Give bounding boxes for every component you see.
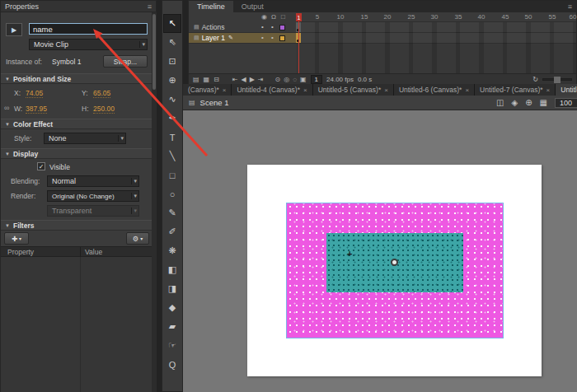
close-icon[interactable]: × xyxy=(547,86,551,94)
go-last-frame-button[interactable]: ⇥ xyxy=(258,76,264,83)
close-icon[interactable]: × xyxy=(303,86,307,94)
layer-visibility-dot[interactable]: • xyxy=(261,34,264,41)
play-button[interactable]: ▶ xyxy=(250,76,255,83)
fps-value[interactable]: 24.00 fps xyxy=(326,76,354,83)
zoom-tool[interactable]: Q xyxy=(163,355,181,374)
panel-menu-icon[interactable]: ≡ xyxy=(148,2,152,11)
step-back-button[interactable]: ◀ xyxy=(242,76,246,83)
loop-button[interactable]: ↻ xyxy=(532,76,538,83)
lock-icon[interactable]: Ω xyxy=(271,13,276,21)
stage[interactable]: + xyxy=(247,165,542,376)
edit-multiple-frames-button[interactable]: ▣ xyxy=(300,76,307,83)
edit-scene-icon[interactable]: ◫ xyxy=(496,98,504,107)
center-stage-icon[interactable]: ⊕ xyxy=(525,98,532,107)
layer-outline-swatch[interactable] xyxy=(279,35,285,41)
delete-layer-button[interactable]: ⊟ xyxy=(213,76,219,83)
close-icon[interactable]: × xyxy=(384,86,388,94)
filters-property-column[interactable]: Property xyxy=(7,248,34,256)
text-tool[interactable]: T xyxy=(163,128,181,147)
layer-name[interactable]: Actions xyxy=(202,23,225,31)
hand-tool[interactable]: ☞ xyxy=(163,336,181,355)
frames-row-actions[interactable] xyxy=(296,22,576,33)
outline-icon[interactable]: □ xyxy=(281,13,285,21)
symbol-type-dropdown[interactable]: Movie Clip ▾ xyxy=(29,39,148,50)
filter-options-button[interactable]: ⚙ ▾ xyxy=(126,232,149,245)
link-dimensions-icon[interactable]: ∞ xyxy=(4,104,9,112)
layer-outline-swatch[interactable] xyxy=(279,25,285,30)
tab-timeline[interactable]: Timeline xyxy=(189,1,233,12)
swap-button[interactable]: Swap... xyxy=(103,55,148,68)
line-tool[interactable]: ╲ xyxy=(163,147,181,166)
filters-list-empty[interactable] xyxy=(1,257,152,392)
selection-tool[interactable]: ↖ xyxy=(163,14,181,33)
subselection-tool[interactable]: ⇖ xyxy=(163,33,181,52)
onion-skin-button[interactable]: ◎ xyxy=(284,76,289,83)
zoom-level-dropdown[interactable]: 100 xyxy=(555,98,577,108)
timeline-zoom-slider[interactable] xyxy=(542,78,572,81)
close-icon[interactable]: × xyxy=(223,86,227,94)
instance-name-input[interactable] xyxy=(29,23,148,35)
doc-tab-untitled-7[interactable]: Untitled-7 (Canvas)* × xyxy=(475,84,556,96)
oval-tool[interactable]: ○ xyxy=(163,184,181,203)
go-first-frame-button[interactable]: ⇤ xyxy=(232,76,238,83)
new-folder-button[interactable]: ▦ xyxy=(204,76,210,83)
tab-output[interactable]: Output xyxy=(233,1,272,12)
free-transform-tool[interactable]: ⊡ xyxy=(163,52,181,71)
new-layer-button[interactable]: ▤ xyxy=(193,76,199,83)
layer-lock-dot[interactable]: • xyxy=(271,34,274,41)
scene-breadcrumb[interactable]: Scene 1 xyxy=(200,98,229,107)
deco-tool[interactable]: ❋ xyxy=(163,241,181,260)
section-color-effect[interactable]: ▼ Color Effect xyxy=(1,119,156,129)
layer-row-actions[interactable]: ▤ Actions • • xyxy=(189,22,296,33)
canvas-area[interactable]: + xyxy=(183,110,577,392)
registration-point[interactable] xyxy=(391,259,398,266)
add-filter-button[interactable]: ✚ ▾ xyxy=(4,232,29,245)
pen-tool[interactable]: ✒ xyxy=(163,109,181,128)
style-dropdown[interactable]: None ▾ xyxy=(44,133,126,144)
doc-tab[interactable]: (Canvas)* × xyxy=(183,84,232,96)
playhead-marker[interactable]: 1 xyxy=(296,13,302,21)
scrollbar-thumb[interactable] xyxy=(152,14,156,90)
render-dropdown[interactable]: Original (No Change) ▾ xyxy=(47,190,139,202)
eye-icon[interactable]: ◉ xyxy=(261,13,267,21)
pencil-tool[interactable]: ✎ xyxy=(163,203,181,222)
layer-lock-dot[interactable]: • xyxy=(271,23,274,30)
y-value[interactable]: 65.05 xyxy=(93,89,110,98)
frame-ruler[interactable]: 5 10 15 20 25 30 35 40 45 50 55 60 xyxy=(296,12,576,22)
doc-tab-untitled-6[interactable]: Untitled-6 (Canvas)* × xyxy=(394,84,475,96)
eraser-tool[interactable]: ▰ xyxy=(163,317,181,336)
w-value[interactable]: 387.95 xyxy=(26,105,47,114)
brush-tool[interactable]: ✐ xyxy=(163,222,181,241)
section-position-size[interactable]: ▼ Position and Size xyxy=(1,73,156,84)
layer-visibility-dot[interactable]: • xyxy=(261,23,264,30)
ink-bottle-tool[interactable]: ◨ xyxy=(163,279,181,298)
paint-bucket-tool[interactable]: ◧ xyxy=(163,260,181,279)
onion-skin-outlines-button[interactable]: ◌ xyxy=(293,76,297,83)
doc-tab-untitled-8[interactable]: Untitled-8 (Canva xyxy=(556,84,577,96)
layer-row-layer1[interactable]: ▤ Layer 1 ✎ • • xyxy=(189,33,296,44)
layer-name[interactable]: Layer 1 xyxy=(202,34,225,42)
visible-checkbox[interactable]: ✓ xyxy=(37,162,45,170)
eyedropper-tool[interactable]: ◆ xyxy=(163,298,181,317)
center-frame-button[interactable]: ⊙ xyxy=(275,76,281,83)
properties-panel-header[interactable]: Properties ≡ xyxy=(1,1,156,12)
filters-value-column[interactable]: Value xyxy=(85,248,102,256)
doc-tab-untitled-5[interactable]: Untitled-5 (Canvas)* × xyxy=(313,84,394,96)
3d-rotation-tool[interactable]: ⊕ xyxy=(163,71,181,90)
doc-tab-untitled-4[interactable]: Untitled-4 (Canvas)* × xyxy=(232,84,312,96)
grid-icon[interactable]: ▦ xyxy=(540,98,547,107)
rectangle-tool[interactable]: □ xyxy=(163,166,181,184)
properties-scrollbar[interactable] xyxy=(152,12,157,392)
close-icon[interactable]: × xyxy=(465,86,469,94)
current-frame-counter[interactable]: 1 xyxy=(311,75,322,84)
slider-thumb[interactable] xyxy=(554,77,561,83)
lasso-tool[interactable]: ∿ xyxy=(163,90,181,109)
panel-menu-icon[interactable]: ≡ xyxy=(568,2,576,11)
frames-row-layer1[interactable] xyxy=(296,33,576,44)
h-value[interactable]: 250.00 xyxy=(93,105,115,114)
edit-symbols-icon[interactable]: ◈ xyxy=(511,98,518,107)
x-value[interactable]: 74.05 xyxy=(26,89,43,98)
pink-rectangle-selected[interactable] xyxy=(287,203,503,338)
section-filters[interactable]: ▼ Filters xyxy=(1,220,156,231)
blending-dropdown[interactable]: Normal ▾ xyxy=(47,175,139,187)
